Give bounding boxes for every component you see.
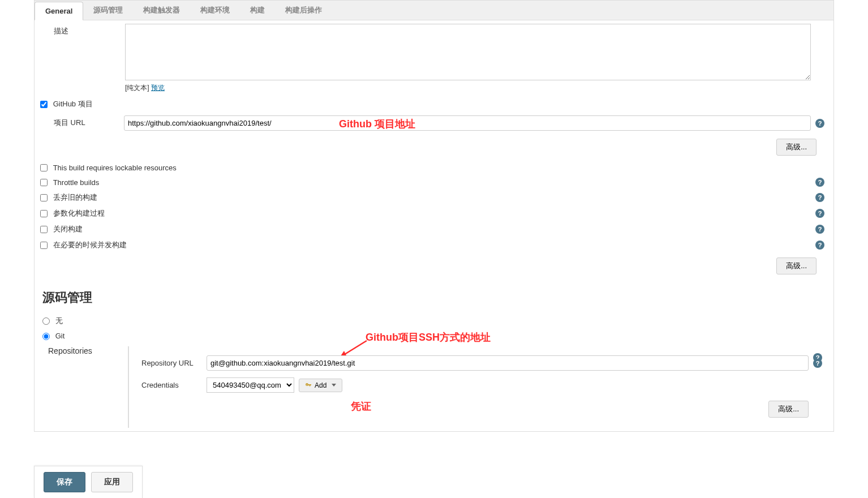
description-label: 描述: [40, 24, 125, 93]
repositories-label: Repositories: [35, 346, 128, 428]
repository-box: ? Github项目SSH方式的地址 Repository URL: [128, 346, 828, 428]
advanced-button-github[interactable]: 高级...: [776, 139, 817, 156]
discard-checkbox[interactable]: [40, 194, 48, 201]
chevron-down-icon: [332, 384, 336, 387]
description-hint: [纯文本] 预览: [125, 83, 811, 93]
credentials-label: Credentials: [141, 381, 207, 389]
preview-link[interactable]: 预览: [151, 84, 165, 92]
tab-post[interactable]: 构建后操作: [275, 1, 332, 20]
repo-url-input[interactable]: [207, 355, 809, 371]
scm-git-radio[interactable]: [42, 333, 50, 340]
tab-general[interactable]: General: [35, 2, 83, 20]
scm-git-label: Git: [55, 332, 65, 340]
param-checkbox[interactable]: [40, 210, 48, 217]
scm-section-title: 源码管理: [35, 279, 833, 313]
help-icon[interactable]: ?: [815, 119, 824, 128]
scm-none-label: 无: [55, 316, 63, 325]
description-textarea[interactable]: [125, 24, 811, 80]
disable-checkbox[interactable]: [40, 226, 48, 233]
help-icon[interactable]: ?: [815, 209, 824, 218]
help-icon[interactable]: ?: [815, 241, 824, 250]
project-url-label: 项目 URL: [45, 115, 124, 131]
lockable-label: This build requires lockable resources: [53, 164, 177, 172]
tab-env[interactable]: 构建环境: [190, 1, 240, 20]
add-label: Add: [315, 381, 326, 389]
raw-text-label: [纯文本]: [125, 84, 149, 92]
advanced-button-repo[interactable]: 高级...: [768, 401, 809, 418]
help-icon[interactable]: ?: [815, 178, 824, 187]
github-project-label: GitHub 项目: [53, 100, 93, 108]
advanced-button-options[interactable]: 高级...: [776, 257, 817, 274]
tab-build[interactable]: 构建: [240, 1, 275, 20]
lockable-checkbox[interactable]: [40, 164, 48, 171]
credentials-select[interactable]: 540493450@qq.com: [207, 377, 294, 393]
tab-triggers[interactable]: 构建触发器: [133, 1, 190, 20]
help-icon[interactable]: ?: [815, 225, 824, 234]
project-url-input[interactable]: [124, 115, 811, 131]
scm-none-radio[interactable]: [42, 317, 50, 325]
github-project-checkbox[interactable]: [40, 101, 48, 108]
concurrent-checkbox[interactable]: [40, 242, 48, 249]
disable-label: 关闭构建: [53, 225, 83, 233]
discard-label: 丢弃旧的构建: [53, 193, 97, 201]
key-icon: [305, 382, 312, 389]
concurrent-label: 在必要的时候并发构建: [53, 241, 127, 249]
add-credentials-button[interactable]: Add: [299, 379, 342, 392]
throttle-label: Throttle builds: [53, 178, 100, 187]
throttle-checkbox[interactable]: [40, 179, 48, 186]
tab-scm[interactable]: 源码管理: [83, 1, 133, 20]
repo-url-label: Repository URL: [141, 359, 207, 367]
tab-content-general: 描述 [纯文本] 预览 GitHub 项目 项目 URL Github 项目地址: [34, 20, 834, 432]
help-icon[interactable]: ?: [815, 193, 824, 202]
param-label: 参数化构建过程: [53, 209, 105, 217]
tab-bar: General 源码管理 构建触发器 构建环境 构建 构建后操作: [34, 0, 834, 20]
help-icon[interactable]: ?: [813, 359, 822, 368]
